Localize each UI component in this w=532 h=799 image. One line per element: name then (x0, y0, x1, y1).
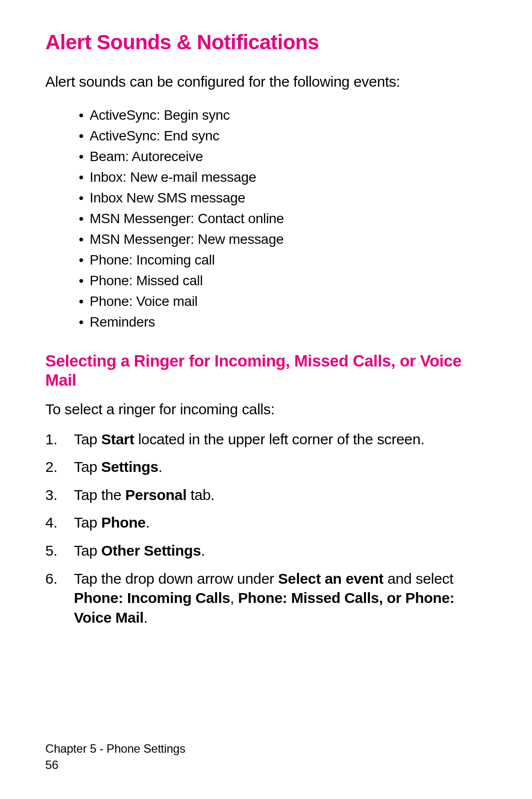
bullet-item: Phone: Voice mail (90, 291, 487, 312)
bullet-item: MSN Messenger: New message (90, 229, 487, 250)
bullet-item: MSN Messenger: Contact online (90, 208, 487, 229)
bullet-item: Reminders (90, 312, 487, 333)
bullet-item: Phone: Missed call (90, 270, 487, 291)
section-intro: To select a ringer for incoming calls: (45, 401, 487, 418)
page-title: Alert Sounds & Notifications (45, 31, 487, 54)
step-item: Tap the drop down arrow under Select an … (45, 569, 487, 628)
step-item: Tap Phone. (45, 513, 487, 533)
section-subtitle: Selecting a Ringer for Incoming, Missed … (45, 351, 487, 390)
page-footer: Chapter 5 - Phone Settings 56 (45, 740, 185, 773)
footer-chapter: Chapter 5 - Phone Settings (45, 740, 185, 757)
bullet-item: Phone: Incoming call (90, 250, 487, 270)
bullet-item: Inbox New SMS message (90, 188, 487, 208)
steps-list: Tap Start located in the upper left corn… (45, 430, 487, 628)
bullet-item: Inbox: New e-mail message (90, 167, 487, 188)
bullet-item: ActiveSync: Begin sync (90, 105, 487, 126)
bullet-item: Beam: Autoreceive (90, 146, 487, 167)
events-bullet-list: ActiveSync: Begin sync ActiveSync: End s… (45, 105, 487, 333)
step-item: Tap the Personal tab. (45, 485, 487, 505)
bullet-item: ActiveSync: End sync (90, 126, 487, 146)
step-item: Tap Settings. (45, 457, 487, 477)
footer-page-number: 56 (45, 757, 185, 773)
step-item: Tap Start located in the upper left corn… (45, 430, 487, 449)
intro-paragraph: Alert sounds can be configured for the f… (45, 72, 487, 92)
step-item: Tap Other Settings. (45, 541, 487, 561)
